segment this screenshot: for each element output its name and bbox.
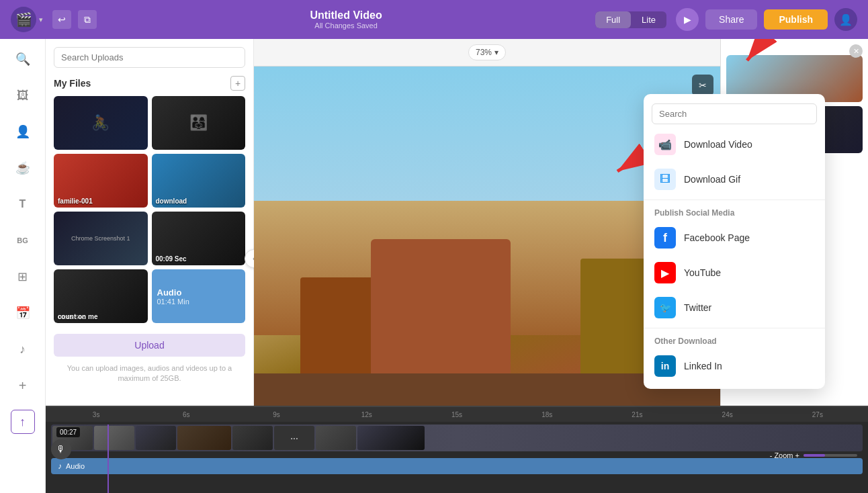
audio-timeline-track[interactable]: ♪ Audio [51,458,863,474]
avatar-button[interactable]: 👤 [834,8,857,31]
other-download-label: Other Download [644,331,825,349]
search-uploads-input[interactable] [54,47,245,68]
ruler-mark-6s: 6s [141,411,231,418]
linkedin-item[interactable]: in Linked In [644,349,825,384]
zoom-chevron-icon: ▾ [494,48,498,57]
ruler-mark-9s: 9s [231,411,321,418]
zoom-slider[interactable] [804,454,857,457]
file-thumb-1[interactable]: 🚴 [54,96,148,150]
track-thumb-5 [232,426,273,450]
file-label-6: 00:09 Sec [156,255,187,263]
download-gif-icon: 🎞 [654,169,676,190]
linkedin-icon: in [654,355,676,377]
view-mode-toggle: Full Lite [595,11,666,28]
twitter-item[interactable]: 🐦 Twitter [644,290,825,325]
facebook-icon: f [654,227,676,249]
right-panel-close-button[interactable]: ✕ [849,44,863,58]
duplicate-button[interactable]: ⧉ [78,10,97,29]
sidebar-templates-button[interactable]: ⊞ [11,265,35,289]
track-time-badge: 00:27 [56,427,80,437]
track-thumb-4 [177,426,231,450]
file-thumb-5[interactable]: Chrome Screenshot 1 [54,212,148,265]
upload-hint: You can upload images, audios and videos… [54,363,245,384]
video-timeline-track[interactable]: 00:27 ··· [51,424,863,455]
sidebar-audio-button[interactable]: ♪ [11,337,35,361]
undo-button[interactable]: ↩ [52,10,71,29]
sidebar-elements-button[interactable]: ☕ [11,156,35,180]
sidebar-search-button[interactable]: 🔍 [11,47,35,71]
youtube-icon: ▶ [654,262,676,283]
file-label-3: familie-001 [58,197,93,205]
audio-duration: 01:41 Min [157,298,189,306]
audio-thumb[interactable]: Audio 01:41 Min [152,269,246,323]
track-thumb-7 [316,426,356,450]
thumb-bg-2: 👨‍👩‍👧 [152,96,246,150]
track-thumb-2 [94,426,134,450]
ruler-marks-container: 3s 6s 9s 12s 15s 18s 21s 24s 27s [51,411,863,418]
dropdown-search-input[interactable] [652,103,817,124]
my-files-label: My Files [54,78,91,89]
header-title-area: Untitled Video All Changes Saved [97,9,595,30]
zoom-label: - Zoom + [770,451,799,459]
my-files-header: My Files + [54,76,245,91]
add-file-button[interactable]: + [230,76,245,91]
timeline: 3s 6s 9s 12s 15s 18s 21s 24s 27s 00:27 ·… [46,406,868,493]
publish-dropdown: 📹 Download Video 🎞 Download Gif Publish … [644,94,825,389]
download-gif-item[interactable]: 🎞 Download Gif [644,162,825,197]
file-thumb-4[interactable]: download [152,154,246,208]
logo-dropdown-arrow[interactable]: ▾ [39,15,43,24]
audio-label: Audio [157,287,182,298]
ruler-mark-27s: 27s [773,411,863,418]
publish-button[interactable]: Publish [764,9,828,30]
ruler-mark-18s: 18s [502,411,592,418]
preview-play-button[interactable]: ▶ [676,8,699,31]
cut-tool-button[interactable]: ✂ [692,75,713,96]
ruler-mark-24s: 24s [683,411,773,418]
audio-track-icon: ♪ [58,461,62,471]
microphone-button[interactable]: 🎙 [51,439,71,459]
file-thumb-2[interactable]: 👨‍👩‍👧 [152,96,246,150]
upload-button[interactable]: Upload [54,334,245,357]
timeline-playhead[interactable] [107,424,109,493]
files-grid: 🚴 👨‍👩‍👧 familie-001 download Chrome Scre… [54,96,245,323]
youtube-item[interactable]: ▶ YouTube [644,255,825,290]
video-track-bg: 00:27 ··· [51,424,863,451]
file-thumb-3[interactable]: familie-001 [54,154,148,208]
file-thumb-7[interactable]: count on me 00:45 Sec [54,269,148,323]
sidebar-bg-button[interactable]: BG [11,228,35,253]
track-thumb-6: ··· [274,426,314,450]
logo-button[interactable]: 🎬 [11,7,36,32]
timeline-content: 00:27 ··· ♪ Audio - Zoom + [46,424,868,493]
sidebar-calendar-button[interactable]: 📅 [11,301,35,325]
download-video-icon: 📹 [654,134,676,155]
share-button[interactable]: Share [705,9,757,30]
zoom-indicator[interactable]: 73% ▾ [468,44,506,60]
youtube-label: YouTube [684,267,721,278]
sidebar-add-button[interactable]: + [11,373,35,398]
audio-track-label: Audio [66,462,85,470]
lite-mode-button[interactable]: Lite [631,11,666,28]
header-right-controls: ▶ Share Publish 👤 [676,8,857,31]
thumb-bg-1: 🚴 [54,96,148,150]
ruler-mark-21s: 21s [592,411,682,418]
full-mode-button[interactable]: Full [595,11,631,28]
sidebar-people-button[interactable]: 👤 [11,120,35,144]
canvas-toolbar: 73% ▾ [254,39,720,66]
file-thumb-6[interactable]: 00:09 Sec [152,212,246,265]
ruler-mark-12s: 12s [322,411,412,418]
dropdown-divider-2 [644,328,825,328]
left-sidebar: 🔍 🖼 👤 ☕ T BG ⊞ 📅 ♪ + ↑ [0,39,46,493]
facebook-item[interactable]: f Facebook Page [644,220,825,255]
download-video-label: Download Video [684,139,752,150]
download-gif-label: Download Gif [684,174,740,185]
sidebar-media-button[interactable]: 🖼 [11,83,35,107]
sidebar-text-button[interactable]: T [11,192,35,216]
twitter-label: Twitter [684,302,711,313]
zoom-slider-fill [804,454,825,457]
thumb-bg-5: Chrome Screenshot 1 [54,212,148,265]
zoom-value: 73% [476,48,492,57]
download-video-item[interactable]: 📹 Download Video [644,127,825,162]
track-thumb-8 [357,426,425,450]
sidebar-publish-button[interactable]: ↑ [11,410,35,434]
header: 🎬 ▾ ↩ ⧉ Untitled Video All Changes Saved… [0,0,868,39]
